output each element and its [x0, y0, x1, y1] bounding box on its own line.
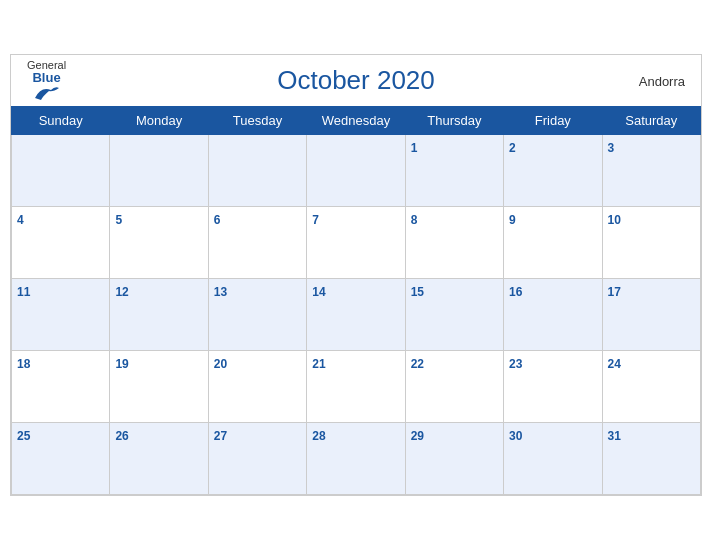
day-cell: 19 — [110, 351, 208, 423]
day-cell: 1 — [405, 135, 503, 207]
day-cell: 10 — [602, 207, 700, 279]
header-sunday: Sunday — [12, 107, 110, 135]
day-cell: 9 — [504, 207, 602, 279]
week-row-2: 45678910 — [12, 207, 701, 279]
day-number: 12 — [115, 285, 128, 299]
day-number: 20 — [214, 357, 227, 371]
day-cell: 28 — [307, 423, 405, 495]
day-number: 4 — [17, 213, 24, 227]
day-number: 11 — [17, 285, 30, 299]
day-cell: 22 — [405, 351, 503, 423]
header-saturday: Saturday — [602, 107, 700, 135]
day-number: 28 — [312, 429, 325, 443]
calendar-title: October 2020 — [277, 65, 435, 96]
day-cell: 27 — [208, 423, 306, 495]
day-cell: 6 — [208, 207, 306, 279]
day-number: 15 — [411, 285, 424, 299]
day-cell: 13 — [208, 279, 306, 351]
day-number: 9 — [509, 213, 516, 227]
day-cell: 18 — [12, 351, 110, 423]
header-thursday: Thursday — [405, 107, 503, 135]
day-number: 29 — [411, 429, 424, 443]
day-cell: 24 — [602, 351, 700, 423]
day-cell: 31 — [602, 423, 700, 495]
day-number: 6 — [214, 213, 221, 227]
day-number: 1 — [411, 141, 418, 155]
day-cell: 12 — [110, 279, 208, 351]
day-cell: 15 — [405, 279, 503, 351]
day-cell: 30 — [504, 423, 602, 495]
day-number: 7 — [312, 213, 319, 227]
day-cell: 4 — [12, 207, 110, 279]
day-number: 31 — [608, 429, 621, 443]
header-friday: Friday — [504, 107, 602, 135]
day-cell: 5 — [110, 207, 208, 279]
week-row-4: 18192021222324 — [12, 351, 701, 423]
day-number: 8 — [411, 213, 418, 227]
country-label: Andorra — [639, 73, 685, 88]
day-cell: 20 — [208, 351, 306, 423]
day-number: 24 — [608, 357, 621, 371]
day-number: 21 — [312, 357, 325, 371]
day-number: 26 — [115, 429, 128, 443]
calendar-container: General Blue October 2020 Andorra Sunday… — [10, 54, 702, 496]
calendar-body: 1234567891011121314151617181920212223242… — [12, 135, 701, 495]
calendar-grid: Sunday Monday Tuesday Wednesday Thursday… — [11, 106, 701, 495]
day-cell: 17 — [602, 279, 700, 351]
logo-blue-text: Blue — [32, 71, 60, 84]
day-number: 14 — [312, 285, 325, 299]
day-number: 5 — [115, 213, 122, 227]
day-cell: 7 — [307, 207, 405, 279]
day-cell: 29 — [405, 423, 503, 495]
day-number: 25 — [17, 429, 30, 443]
day-cell: 14 — [307, 279, 405, 351]
day-number: 10 — [608, 213, 621, 227]
day-number: 13 — [214, 285, 227, 299]
day-cell: 2 — [504, 135, 602, 207]
day-number: 30 — [509, 429, 522, 443]
header-monday: Monday — [110, 107, 208, 135]
day-number: 16 — [509, 285, 522, 299]
day-number: 18 — [17, 357, 30, 371]
day-cell: 21 — [307, 351, 405, 423]
day-cell: 23 — [504, 351, 602, 423]
day-cell: 8 — [405, 207, 503, 279]
day-cell: 16 — [504, 279, 602, 351]
day-cell — [208, 135, 306, 207]
day-cell: 25 — [12, 423, 110, 495]
day-cell — [307, 135, 405, 207]
day-number: 3 — [608, 141, 615, 155]
week-row-3: 11121314151617 — [12, 279, 701, 351]
day-headers-row: Sunday Monday Tuesday Wednesday Thursday… — [12, 107, 701, 135]
header-tuesday: Tuesday — [208, 107, 306, 135]
day-number: 22 — [411, 357, 424, 371]
day-number: 19 — [115, 357, 128, 371]
day-cell: 3 — [602, 135, 700, 207]
day-number: 27 — [214, 429, 227, 443]
logo-bird-icon — [33, 84, 61, 102]
day-number: 2 — [509, 141, 516, 155]
day-number: 23 — [509, 357, 522, 371]
day-cell: 11 — [12, 279, 110, 351]
week-row-5: 25262728293031 — [12, 423, 701, 495]
day-cell — [12, 135, 110, 207]
calendar-header: General Blue October 2020 Andorra — [11, 55, 701, 106]
day-cell: 26 — [110, 423, 208, 495]
day-number: 17 — [608, 285, 621, 299]
day-cell — [110, 135, 208, 207]
logo: General Blue — [27, 60, 66, 102]
header-wednesday: Wednesday — [307, 107, 405, 135]
week-row-1: 123 — [12, 135, 701, 207]
